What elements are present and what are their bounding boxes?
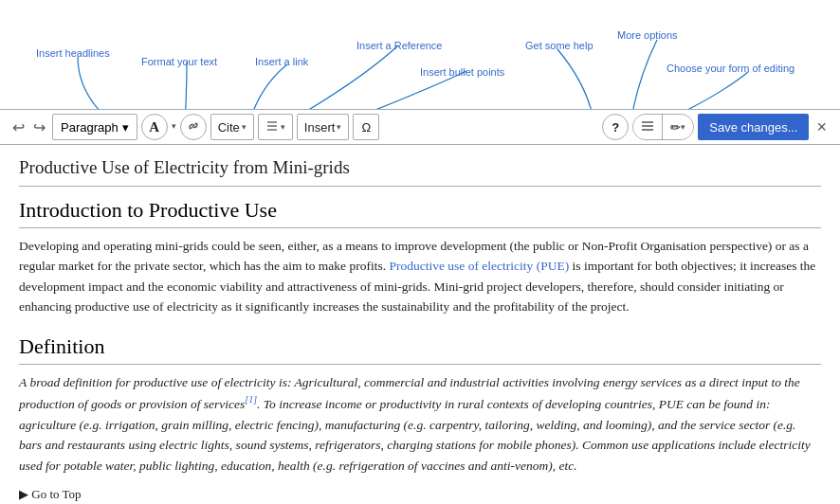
- editor-toolbar: ↩ ↪ Paragraph ▾ A ▾ Cite ▾ ▾: [0, 109, 840, 145]
- pencil-chevron: ▾: [681, 122, 685, 132]
- help-icon: ?: [612, 120, 619, 135]
- page-title: Productive Use of Electricity from Mini-…: [19, 154, 821, 187]
- list-button[interactable]: ▾: [258, 114, 293, 140]
- hamburger-icon: [641, 119, 654, 135]
- section2-heading: Definition: [19, 331, 821, 365]
- annotation-insert-headlines: Insert headlines: [36, 45, 110, 62]
- insert-label: Insert: [304, 120, 336, 135]
- insert-link-button[interactable]: [180, 114, 207, 140]
- annotation-insert-bullet: Insert bullet points: [420, 64, 504, 81]
- pencil-button[interactable]: ✏ ▾: [663, 115, 693, 139]
- definition-section: Definition A broad definition for produc…: [19, 331, 821, 504]
- save-button[interactable]: Save changes...: [698, 114, 809, 140]
- format-chevron: ▾: [172, 120, 176, 134]
- insert-chevron: ▾: [337, 122, 341, 132]
- definition-ref: [1]: [245, 394, 257, 405]
- insert-button[interactable]: Insert ▾: [297, 114, 350, 140]
- cite-button[interactable]: Cite ▾: [210, 114, 254, 140]
- definition-prefix: A broad definition for productive use of…: [19, 375, 295, 389]
- annotations-overlay: Insert headlines Format your text Insert…: [0, 0, 840, 109]
- intro-paragraph: Developing and operating mini-grids coul…: [19, 236, 821, 317]
- annotation-choose-editing: Choose your form of editing: [667, 61, 794, 77]
- undo-button[interactable]: ↩: [9, 118, 27, 136]
- content-area: Productive Use of Electricity from Mini-…: [0, 145, 840, 504]
- format-icon: A: [149, 119, 159, 135]
- annotation-get-help: Get some help: [525, 38, 593, 54]
- definition-paragraph: A broad definition for productive use of…: [19, 372, 821, 476]
- link-icon: [187, 119, 200, 135]
- format-text-button[interactable]: A: [141, 114, 168, 140]
- cite-chevron: ▾: [242, 122, 247, 132]
- paragraph-label: Paragraph: [61, 120, 119, 135]
- annotation-more-options: More options: [617, 27, 678, 44]
- redo-button[interactable]: ↪: [30, 118, 48, 136]
- cite-label: Cite: [218, 120, 240, 135]
- list-chevron: ▾: [281, 122, 285, 132]
- omega-button[interactable]: Ω: [353, 114, 379, 140]
- undo-redo-group: ↩ ↪: [9, 118, 48, 136]
- goto-top-link[interactable]: Go to Top: [19, 485, 821, 504]
- annotation-format-text: Format your text: [141, 54, 217, 70]
- annotation-insert-link: Insert a link: [255, 54, 308, 70]
- close-button[interactable]: ×: [813, 117, 831, 137]
- help-button[interactable]: ?: [602, 114, 629, 140]
- pue-link[interactable]: Productive use of electricity (PUE): [389, 259, 569, 273]
- more-options-button[interactable]: [633, 115, 663, 139]
- annotation-insert-reference: Insert a Reference: [356, 38, 443, 54]
- paragraph-chevron: ▾: [122, 120, 129, 135]
- list-icon: [265, 119, 279, 135]
- more-options-group: ✏ ▾: [632, 114, 694, 140]
- pencil-icon: ✏: [670, 120, 681, 135]
- section1-heading: Introduction to Productive Use: [19, 194, 821, 228]
- paragraph-dropdown[interactable]: Paragraph ▾: [52, 114, 137, 140]
- omega-icon: Ω: [362, 120, 372, 135]
